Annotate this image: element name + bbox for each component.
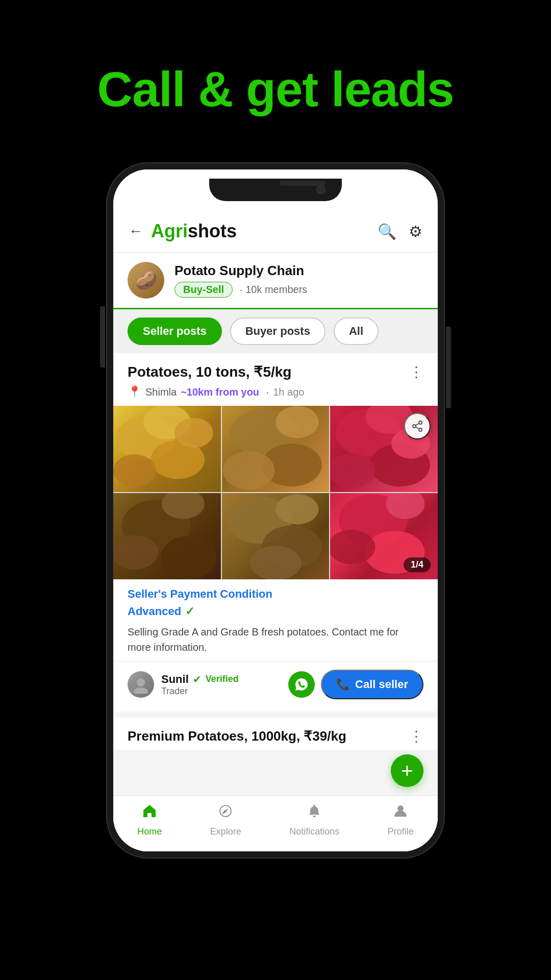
home-label: Home <box>137 826 162 837</box>
tab-seller-posts[interactable]: Seller posts <box>128 317 222 345</box>
payment-value-text: Advanced <box>128 605 181 618</box>
post-title-1: Potatoes, 10 tons, ₹5/kg <box>128 363 291 380</box>
notifications-label: Notifications <box>289 826 339 837</box>
explore-icon <box>217 803 234 823</box>
post-card-2: Premium Potatoes, 1000kg, ₹39/kg ⋮ <box>113 718 438 750</box>
fab-add-button[interactable]: + <box>391 754 423 787</box>
location-name: Shimla <box>145 386 177 398</box>
seller-name: Sunil <box>161 673 189 686</box>
nav-item-explore[interactable]: Explore <box>210 803 241 837</box>
camera <box>316 185 325 194</box>
post-header-2: Premium Potatoes, 1000kg, ₹39/kg ⋮ <box>113 718 438 750</box>
post-title-2: Premium Potatoes, 1000kg, ₹39/kg <box>128 728 346 744</box>
seller-role: Trader <box>161 686 239 697</box>
potato-section-mixed <box>222 493 330 579</box>
seller-info: Sunil ✔ Verified Trader <box>128 671 239 698</box>
notch <box>209 179 342 201</box>
settings-icon[interactable]: ⚙ <box>409 223 422 240</box>
post-card-1: Potatoes, 10 tons, ₹5/kg ⋮ 📍 Shimla ~10k… <box>113 353 438 712</box>
notch-area <box>113 169 438 210</box>
svg-point-3 <box>113 454 156 486</box>
phone-icon: 📞 <box>336 678 350 691</box>
group-details: Potato Supply Chain Buy-Sell · 10k membe… <box>174 263 307 298</box>
svg-line-29 <box>416 427 419 429</box>
post-header-1: Potatoes, 10 tons, ₹5/kg ⋮ <box>113 353 438 385</box>
payment-value: Advanced ✓ <box>128 605 423 618</box>
distance-text: ~10km from you <box>181 386 259 398</box>
svg-point-32 <box>134 688 148 694</box>
group-info: 🥔 Potato Supply Chain Buy-Sell · 10k mem… <box>113 253 438 309</box>
notifications-icon <box>306 803 322 823</box>
svg-point-16 <box>113 535 158 569</box>
hero-title: Call & get leads <box>0 61 551 117</box>
tab-buyer-posts[interactable]: Buyer posts <box>230 317 325 345</box>
app-content: ← Agrishots 🔍 ⚙ 🥔 Potato Supply Chain <box>113 210 438 851</box>
group-members-text: · 10k members <box>240 284 307 296</box>
top-nav: ← Agrishots 🔍 ⚙ <box>113 210 438 253</box>
group-meta: Buy-Sell · 10k members <box>174 282 307 298</box>
svg-point-8 <box>276 406 318 438</box>
seller-avatar <box>128 671 154 698</box>
time-posted: 1h ago <box>273 386 304 398</box>
nav-item-profile[interactable]: Profile <box>388 803 414 837</box>
profile-icon <box>392 803 409 823</box>
brand-agri: Agri <box>151 220 188 241</box>
bottom-nav: Home Explore Notif <box>113 795 438 851</box>
group-avatar-emoji: 🥔 <box>135 270 158 291</box>
check-icon: ✓ <box>185 605 194 618</box>
app-brand: Agrishots <box>151 220 237 242</box>
scroll-area[interactable]: Potatoes, 10 tons, ₹5/kg ⋮ 📍 Shimla ~10k… <box>113 353 438 795</box>
potato-image <box>113 406 438 579</box>
group-avatar: 🥔 <box>128 262 164 299</box>
filter-tabs: Seller posts Buyer posts All <box>113 309 438 353</box>
nav-item-home[interactable]: Home <box>137 803 162 837</box>
payment-label: Seller's Payment Condition <box>128 587 423 601</box>
phone-device: ← Agrishots 🔍 ⚙ 🥔 Potato Supply Chain <box>107 163 444 857</box>
verified-icon: ✔ <box>193 673 202 685</box>
share-button[interactable] <box>404 413 431 439</box>
potato-section-yellow <box>113 406 221 492</box>
verified-text: Verified <box>206 674 239 684</box>
whatsapp-button[interactable] <box>288 671 315 698</box>
svg-point-20 <box>249 546 301 579</box>
call-seller-button[interactable]: 📞 Call seller <box>321 670 423 699</box>
search-icon[interactable]: 🔍 <box>378 223 396 240</box>
svg-point-21 <box>276 494 318 524</box>
post-image-wrapper-1: 1/4 <box>113 406 438 579</box>
nav-item-notifications[interactable]: Notifications <box>289 803 339 837</box>
post-description: Selling Grade A and Grade B fresh potato… <box>128 624 423 655</box>
svg-point-12 <box>330 453 375 487</box>
nav-right: 🔍 ⚙ <box>378 223 422 240</box>
home-icon <box>141 803 158 823</box>
phone-screen: ← Agrishots 🔍 ⚙ 🥔 Potato Supply Chain <box>113 169 438 851</box>
more-options-icon-1[interactable]: ⋮ <box>409 363 423 380</box>
profile-label: Profile <box>388 826 414 837</box>
nav-left: ← Agrishots <box>129 220 237 242</box>
svg-point-31 <box>137 678 145 687</box>
svg-point-26 <box>419 421 422 424</box>
explore-label: Explore <box>210 826 241 837</box>
potato-grid <box>113 406 438 579</box>
fab-plus-icon: + <box>401 760 413 782</box>
seller-row: Sunil ✔ Verified Trader <box>113 662 438 712</box>
svg-point-28 <box>419 428 422 431</box>
speaker <box>280 181 325 186</box>
tab-all[interactable]: All <box>334 317 379 345</box>
seller-name-row: Sunil ✔ Verified <box>161 673 239 686</box>
svg-point-27 <box>413 425 416 428</box>
svg-point-7 <box>223 451 274 490</box>
group-tag-badge: Buy-Sell <box>174 282 233 298</box>
potato-section-brown <box>222 406 330 492</box>
svg-point-4 <box>174 418 213 448</box>
brand-shots: shots <box>188 220 237 241</box>
payment-section: Seller's Payment Condition Advanced ✓ Se… <box>113 579 438 661</box>
post-location-1: 📍 Shimla ~10km from you · 1h ago <box>113 385 438 406</box>
back-icon[interactable]: ← <box>129 223 143 239</box>
dot-separator: · <box>263 386 269 398</box>
action-buttons: 📞 Call seller <box>288 670 423 699</box>
potato-section-dark <box>113 493 221 579</box>
svg-point-15 <box>161 536 217 579</box>
more-options-icon-2[interactable]: ⋮ <box>409 728 423 745</box>
call-seller-label: Call seller <box>355 678 408 691</box>
svg-line-30 <box>416 424 419 426</box>
